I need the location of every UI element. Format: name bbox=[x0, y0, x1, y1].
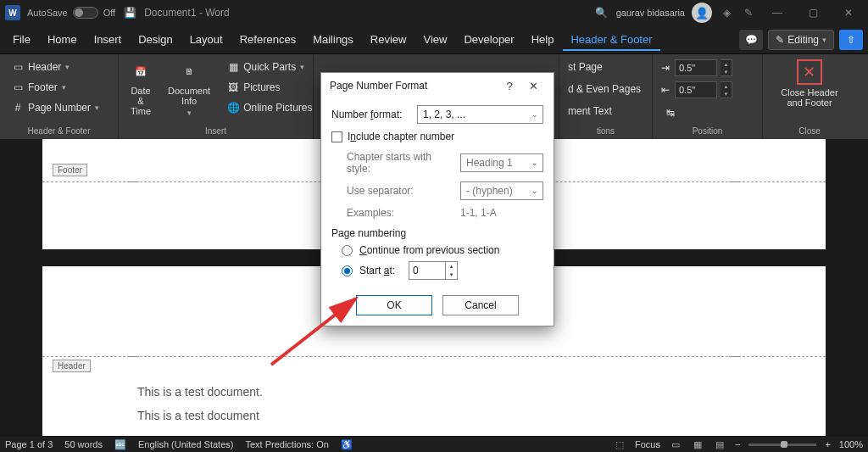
zoom-in[interactable]: + bbox=[825, 439, 830, 449]
word-app-icon: W bbox=[5, 5, 20, 20]
include-chapter-checkbox[interactable] bbox=[331, 131, 342, 142]
tab-layout[interactable]: Layout bbox=[182, 28, 231, 51]
header-top-position[interactable]: ⇥ ▲▼ bbox=[659, 59, 755, 76]
page-numbering-header: Page numbering bbox=[331, 227, 543, 239]
tab-insert[interactable]: Insert bbox=[86, 28, 130, 51]
footer-tag: Footer bbox=[53, 164, 87, 176]
dialog-titlebar: Page Number Format ? ✕ bbox=[321, 73, 554, 98]
status-proofing-icon[interactable]: 🔤 bbox=[114, 439, 126, 450]
diff-odd-even-check[interactable]: d & Even Pages bbox=[563, 80, 645, 98]
calendar-icon: 📅 bbox=[129, 59, 153, 83]
status-bar: Page 1 of 3 50 words 🔤 English (United S… bbox=[0, 437, 868, 452]
focus-icon[interactable]: ⬚ bbox=[613, 438, 626, 450]
start-at-input-wrap[interactable]: ▲▼ bbox=[409, 261, 458, 280]
tab-mailings[interactable]: Mailings bbox=[305, 28, 361, 51]
online-pictures-button[interactable]: 🌐Online Pictures bbox=[222, 98, 317, 117]
status-language[interactable]: English (United States) bbox=[138, 439, 234, 449]
tab-header-footer[interactable]: Header & Footer bbox=[563, 28, 659, 51]
tab-design[interactable]: Design bbox=[131, 28, 180, 51]
web-layout-icon[interactable]: ▤ bbox=[713, 438, 726, 450]
number-format-select[interactable]: 1, 2, 3, ...⌄ bbox=[417, 105, 543, 124]
start-at-spinner[interactable]: ▲▼ bbox=[445, 262, 457, 279]
footer-bottom-input[interactable] bbox=[675, 81, 717, 98]
dialog-title: Page Number Format bbox=[330, 80, 427, 92]
document-title: Document1 - Word bbox=[144, 7, 229, 19]
editing-label: Editing bbox=[787, 34, 819, 46]
minimize-button[interactable]: — bbox=[763, 3, 792, 23]
header-button[interactable]: ▭Header▾ bbox=[7, 58, 111, 76]
date-time-button[interactable]: 📅Date & Time bbox=[125, 58, 156, 118]
tab-review[interactable]: Review bbox=[363, 28, 415, 51]
tab-help[interactable]: Help bbox=[524, 28, 562, 51]
brush-icon[interactable]: ✎ bbox=[741, 5, 756, 20]
tab-references[interactable]: References bbox=[232, 28, 303, 51]
maximize-button[interactable]: ▢ bbox=[798, 3, 827, 23]
read-mode-icon[interactable]: ▭ bbox=[669, 438, 682, 450]
continue-radio[interactable] bbox=[342, 245, 353, 256]
header-tag: Header bbox=[53, 360, 91, 372]
footer-icon: ▭ bbox=[12, 81, 24, 93]
diff-first-page-check[interactable]: st Page bbox=[563, 58, 645, 76]
autosave-label: AutoSave bbox=[27, 8, 68, 18]
online-pictures-icon: 🌐 bbox=[227, 102, 239, 114]
status-accessibility-icon[interactable]: ♿ bbox=[341, 439, 353, 450]
zoom-level[interactable]: 100% bbox=[839, 439, 863, 449]
pos-top-icon: ⇥ bbox=[659, 62, 671, 74]
pencil-icon: ✎ bbox=[776, 34, 784, 46]
autosave-state: Off bbox=[103, 8, 115, 18]
zoom-slider[interactable] bbox=[748, 444, 816, 446]
close-header-footer-button[interactable]: ✕ Close Header and Footer bbox=[777, 58, 841, 109]
close-window-button[interactable]: ✕ bbox=[834, 3, 863, 23]
dialog-help-button[interactable]: ? bbox=[498, 73, 521, 98]
cancel-button[interactable]: Cancel bbox=[442, 295, 519, 315]
doc-info-icon: 🗎 bbox=[177, 59, 201, 83]
status-focus[interactable]: Focus bbox=[635, 439, 660, 449]
include-chapter-label: Include chapter number bbox=[348, 131, 454, 142]
spinner[interactable]: ▲▼ bbox=[721, 59, 732, 76]
status-words[interactable]: 50 words bbox=[64, 439, 103, 449]
footer-bottom-position[interactable]: ⇤ ▲▼ bbox=[659, 81, 755, 98]
group-label: Position bbox=[653, 126, 762, 136]
tab-home[interactable]: Home bbox=[40, 28, 85, 51]
header-top-input[interactable] bbox=[675, 59, 717, 76]
examples-label: Examples: bbox=[347, 207, 455, 219]
quick-parts-button[interactable]: ▦Quick Parts▾ bbox=[222, 58, 317, 76]
footer-button[interactable]: ▭Footer▾ bbox=[7, 78, 111, 97]
dialog-close-button[interactable]: ✕ bbox=[521, 73, 545, 98]
group-label: tions bbox=[559, 126, 652, 136]
status-page[interactable]: Page 1 of 3 bbox=[5, 439, 53, 449]
pictures-icon: 🖼 bbox=[227, 81, 239, 93]
save-icon[interactable]: 💾 bbox=[122, 5, 137, 20]
user-avatar[interactable]: 👤 bbox=[692, 3, 712, 23]
tab-developer[interactable]: Developer bbox=[456, 28, 521, 51]
status-predictions[interactable]: Text Predictions: On bbox=[245, 439, 328, 449]
diamond-icon[interactable]: ◈ bbox=[719, 5, 734, 20]
autosave-toggle[interactable] bbox=[73, 7, 98, 19]
editing-mode-button[interactable]: ✎ Editing ▾ bbox=[768, 30, 834, 50]
spinner[interactable]: ▲▼ bbox=[721, 81, 732, 98]
insert-alignment-tab[interactable]: ↹ bbox=[659, 103, 755, 122]
page-number-format-dialog: Page Number Format ? ✕ Number format: 1,… bbox=[320, 72, 554, 326]
share-button[interactable]: ⇧ bbox=[839, 30, 863, 50]
ribbon-tabs: File Home Insert Design Layout Reference… bbox=[0, 25, 868, 54]
pictures-button[interactable]: 🖼Pictures bbox=[222, 78, 317, 97]
tab-icon: ↹ bbox=[665, 107, 676, 119]
continue-label: Continue from previous section bbox=[359, 244, 499, 256]
use-separator-select: - (hyphen)⌄ bbox=[460, 181, 543, 200]
autosave-control[interactable]: AutoSave Off bbox=[27, 7, 115, 19]
search-icon[interactable]: 🔍 bbox=[594, 5, 609, 20]
show-doc-text-check[interactable]: ment Text bbox=[563, 102, 645, 120]
group-label: Insert bbox=[119, 126, 313, 136]
start-at-label: Start at: bbox=[359, 265, 402, 276]
ok-button[interactable]: OK bbox=[356, 295, 432, 315]
page-number-button[interactable]: #Page Number▾ bbox=[7, 98, 111, 117]
start-at-input[interactable] bbox=[409, 265, 445, 276]
tab-view[interactable]: View bbox=[415, 28, 454, 51]
start-at-radio[interactable] bbox=[342, 265, 353, 276]
print-layout-icon[interactable]: ▦ bbox=[691, 438, 704, 450]
zoom-out[interactable]: − bbox=[735, 439, 740, 449]
use-separator-label: Use separator: bbox=[347, 185, 455, 197]
comments-button[interactable]: 💬 bbox=[739, 30, 763, 50]
tab-file[interactable]: File bbox=[5, 28, 38, 51]
document-info-button[interactable]: 🗎Document Info▾ bbox=[164, 58, 214, 119]
